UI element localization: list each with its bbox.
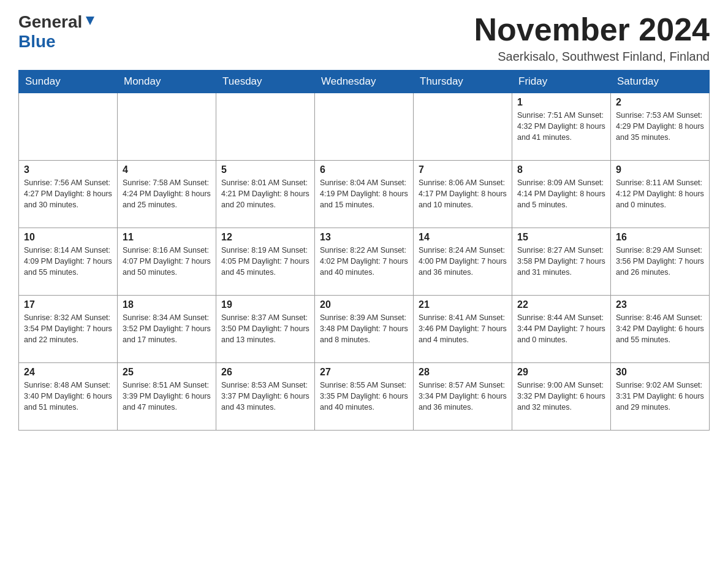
- calendar-cell: 5Sunrise: 8:01 AM Sunset: 4:21 PM Daylig…: [216, 161, 315, 228]
- day-info: Sunrise: 8:46 AM Sunset: 3:42 PM Dayligh…: [616, 312, 704, 345]
- day-info: Sunrise: 7:53 AM Sunset: 4:29 PM Dayligh…: [616, 110, 704, 143]
- calendar-cell: 23Sunrise: 8:46 AM Sunset: 3:42 PM Dayli…: [611, 296, 710, 363]
- day-number: 30: [616, 367, 704, 378]
- calendar-cell: 3Sunrise: 7:56 AM Sunset: 4:27 PM Daylig…: [19, 161, 118, 228]
- day-info: Sunrise: 8:32 AM Sunset: 3:54 PM Dayligh…: [24, 312, 112, 345]
- calendar-cell: 19Sunrise: 8:37 AM Sunset: 3:50 PM Dayli…: [216, 296, 315, 363]
- calendar-cell: 6Sunrise: 8:04 AM Sunset: 4:19 PM Daylig…: [315, 161, 414, 228]
- week-row-5: 24Sunrise: 8:48 AM Sunset: 3:40 PM Dayli…: [19, 363, 710, 431]
- day-info: Sunrise: 7:58 AM Sunset: 4:24 PM Dayligh…: [123, 177, 211, 210]
- day-number: 27: [320, 367, 408, 378]
- day-number: 2: [616, 97, 704, 108]
- day-info: Sunrise: 8:48 AM Sunset: 3:40 PM Dayligh…: [24, 380, 112, 413]
- day-number: 15: [517, 232, 605, 243]
- calendar-cell: 14Sunrise: 8:24 AM Sunset: 4:00 PM Dayli…: [414, 228, 512, 296]
- day-number: 11: [123, 232, 211, 243]
- day-number: 14: [419, 232, 507, 243]
- day-info: Sunrise: 8:53 AM Sunset: 3:37 PM Dayligh…: [221, 380, 309, 413]
- day-info: Sunrise: 8:01 AM Sunset: 4:21 PM Dayligh…: [221, 177, 309, 210]
- day-info: Sunrise: 8:55 AM Sunset: 3:35 PM Dayligh…: [320, 380, 408, 413]
- calendar-cell: 29Sunrise: 9:00 AM Sunset: 3:32 PM Dayli…: [512, 363, 611, 431]
- day-number: 9: [616, 164, 704, 175]
- weekday-header-tuesday: Tuesday: [216, 71, 315, 93]
- day-info: Sunrise: 7:56 AM Sunset: 4:27 PM Dayligh…: [24, 177, 112, 210]
- weekday-header-friday: Friday: [512, 71, 611, 93]
- week-row-3: 10Sunrise: 8:14 AM Sunset: 4:09 PM Dayli…: [19, 228, 710, 296]
- calendar-cell: 16Sunrise: 8:29 AM Sunset: 3:56 PM Dayli…: [611, 228, 710, 296]
- day-number: 4: [123, 164, 211, 175]
- day-info: Sunrise: 8:41 AM Sunset: 3:46 PM Dayligh…: [419, 312, 507, 345]
- month-title: November 2024: [474, 12, 710, 47]
- logo-blue-text: Blue: [18, 32, 56, 52]
- day-info: Sunrise: 8:39 AM Sunset: 3:48 PM Dayligh…: [320, 312, 408, 345]
- day-number: 21: [419, 299, 507, 310]
- day-info: Sunrise: 8:37 AM Sunset: 3:50 PM Dayligh…: [221, 312, 309, 345]
- weekday-header-saturday: Saturday: [611, 71, 710, 93]
- day-info: Sunrise: 8:57 AM Sunset: 3:34 PM Dayligh…: [419, 380, 507, 413]
- day-number: 29: [517, 367, 605, 378]
- day-info: Sunrise: 8:06 AM Sunset: 4:17 PM Dayligh…: [419, 177, 507, 210]
- day-info: Sunrise: 8:51 AM Sunset: 3:39 PM Dayligh…: [123, 380, 211, 413]
- day-number: 16: [616, 232, 704, 243]
- calendar-cell: 4Sunrise: 7:58 AM Sunset: 4:24 PM Daylig…: [118, 161, 216, 228]
- location-text: Saerkisalo, Southwest Finland, Finland: [474, 50, 710, 64]
- day-number: 26: [221, 367, 309, 378]
- day-number: 6: [320, 164, 408, 175]
- day-number: 22: [517, 299, 605, 310]
- day-number: 17: [24, 299, 112, 310]
- day-info: Sunrise: 8:04 AM Sunset: 4:19 PM Dayligh…: [320, 177, 408, 210]
- day-info: Sunrise: 8:22 AM Sunset: 4:02 PM Dayligh…: [320, 245, 408, 278]
- day-info: Sunrise: 8:27 AM Sunset: 3:58 PM Dayligh…: [517, 245, 605, 278]
- day-number: 1: [517, 97, 605, 108]
- calendar-cell: 26Sunrise: 8:53 AM Sunset: 3:37 PM Dayli…: [216, 363, 315, 431]
- day-info: Sunrise: 8:16 AM Sunset: 4:07 PM Dayligh…: [123, 245, 211, 278]
- calendar-cell: 24Sunrise: 8:48 AM Sunset: 3:40 PM Dayli…: [19, 363, 118, 431]
- calendar-cell: 30Sunrise: 9:02 AM Sunset: 3:31 PM Dayli…: [611, 363, 710, 431]
- calendar-cell: 17Sunrise: 8:32 AM Sunset: 3:54 PM Dayli…: [19, 296, 118, 363]
- calendar-cell: 2Sunrise: 7:53 AM Sunset: 4:29 PM Daylig…: [611, 93, 710, 161]
- calendar-cell: 13Sunrise: 8:22 AM Sunset: 4:02 PM Dayli…: [315, 228, 414, 296]
- calendar-cell: 1Sunrise: 7:51 AM Sunset: 4:32 PM Daylig…: [512, 93, 611, 161]
- day-number: 23: [616, 299, 704, 310]
- calendar-cell: [118, 93, 216, 161]
- page-header: General Blue November 2024 Saerkisalo, S…: [18, 12, 710, 64]
- day-number: 10: [24, 232, 112, 243]
- calendar-cell: [315, 93, 414, 161]
- day-number: 5: [221, 164, 309, 175]
- weekday-header-row: SundayMondayTuesdayWednesdayThursdayFrid…: [19, 71, 710, 93]
- day-number: 25: [123, 367, 211, 378]
- day-info: Sunrise: 7:51 AM Sunset: 4:32 PM Dayligh…: [517, 110, 605, 143]
- calendar-cell: 11Sunrise: 8:16 AM Sunset: 4:07 PM Dayli…: [118, 228, 216, 296]
- calendar-cell: 8Sunrise: 8:09 AM Sunset: 4:14 PM Daylig…: [512, 161, 611, 228]
- title-section: November 2024 Saerkisalo, Southwest Finl…: [474, 12, 710, 64]
- day-info: Sunrise: 8:24 AM Sunset: 4:00 PM Dayligh…: [419, 245, 507, 278]
- weekday-header-sunday: Sunday: [19, 71, 118, 93]
- day-number: 13: [320, 232, 408, 243]
- day-number: 3: [24, 164, 112, 175]
- calendar-cell: [19, 93, 118, 161]
- day-number: 18: [123, 299, 211, 310]
- calendar-cell: 21Sunrise: 8:41 AM Sunset: 3:46 PM Dayli…: [414, 296, 512, 363]
- calendar-cell: 7Sunrise: 8:06 AM Sunset: 4:17 PM Daylig…: [414, 161, 512, 228]
- day-number: 28: [419, 367, 507, 378]
- calendar-table: SundayMondayTuesdayWednesdayThursdayFrid…: [18, 70, 710, 431]
- day-info: Sunrise: 9:00 AM Sunset: 3:32 PM Dayligh…: [517, 380, 605, 413]
- weekday-header-monday: Monday: [118, 71, 216, 93]
- day-info: Sunrise: 8:09 AM Sunset: 4:14 PM Dayligh…: [517, 177, 605, 210]
- day-info: Sunrise: 9:02 AM Sunset: 3:31 PM Dayligh…: [616, 380, 704, 413]
- calendar-cell: 15Sunrise: 8:27 AM Sunset: 3:58 PM Dayli…: [512, 228, 611, 296]
- day-info: Sunrise: 8:29 AM Sunset: 3:56 PM Dayligh…: [616, 245, 704, 278]
- calendar-cell: [414, 93, 512, 161]
- day-info: Sunrise: 8:44 AM Sunset: 3:44 PM Dayligh…: [517, 312, 605, 345]
- calendar-cell: 22Sunrise: 8:44 AM Sunset: 3:44 PM Dayli…: [512, 296, 611, 363]
- day-number: 8: [517, 164, 605, 175]
- calendar-cell: 28Sunrise: 8:57 AM Sunset: 3:34 PM Dayli…: [414, 363, 512, 431]
- week-row-4: 17Sunrise: 8:32 AM Sunset: 3:54 PM Dayli…: [19, 296, 710, 363]
- week-row-2: 3Sunrise: 7:56 AM Sunset: 4:27 PM Daylig…: [19, 161, 710, 228]
- calendar-cell: 12Sunrise: 8:19 AM Sunset: 4:05 PM Dayli…: [216, 228, 315, 296]
- logo: General Blue: [18, 12, 97, 52]
- weekday-header-wednesday: Wednesday: [315, 71, 414, 93]
- day-info: Sunrise: 8:19 AM Sunset: 4:05 PM Dayligh…: [221, 245, 309, 278]
- day-number: 12: [221, 232, 309, 243]
- svg-marker-0: [86, 17, 94, 25]
